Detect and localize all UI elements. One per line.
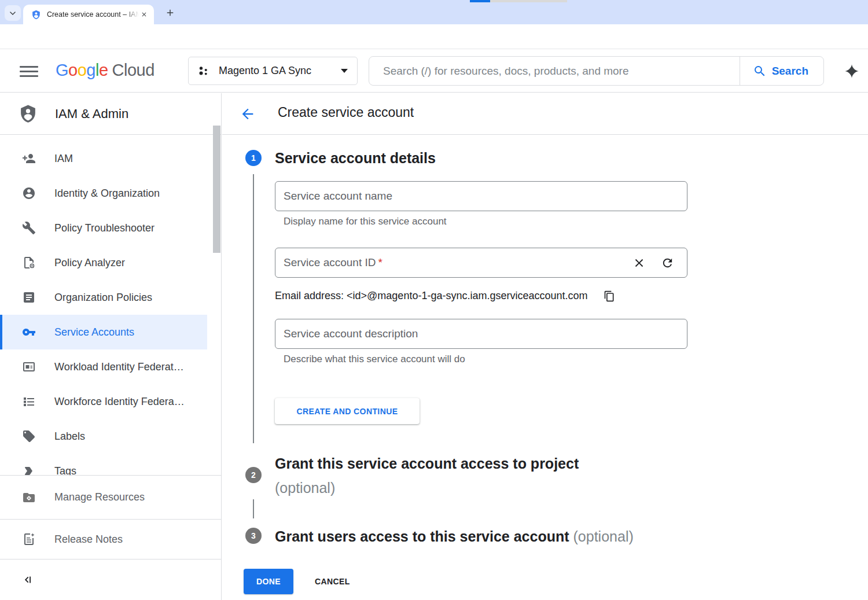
gemini-sparkle-icon — [844, 63, 860, 79]
sidebar-nav-list: IAM Identity & Organization Policy Troub… — [0, 141, 207, 488]
tab-search-button[interactable] — [5, 5, 21, 21]
sidebar-item-iam[interactable]: IAM — [0, 141, 207, 176]
page-header: Create service account — [222, 93, 868, 135]
step-1-indicator: 1 — [245, 150, 262, 166]
service-account-id-field[interactable]: Service account ID * — [275, 248, 687, 278]
badge-card-icon — [22, 360, 36, 374]
email-address-row: Email address: <id>@magento-1-ga-sync.ia… — [275, 290, 615, 302]
sidebar-scrollbar[interactable] — [213, 126, 220, 253]
google-cloud-console: Create service account – IAM & console.c… — [0, 0, 868, 600]
google-logo-letters: Google — [56, 61, 108, 79]
done-button[interactable]: DONE — [244, 569, 293, 594]
step-2-heading: Grant this service account access to pro… — [275, 451, 579, 500]
top-edge-blue-strip — [470, 0, 490, 2]
article-icon — [22, 290, 36, 304]
sidebar-item-workload-identity-federation[interactable]: Workload Identity Federat… — [0, 349, 207, 384]
copy-icon[interactable] — [604, 290, 615, 302]
iam-shield-favicon — [31, 10, 41, 20]
step-connector — [253, 174, 254, 443]
search-icon — [753, 64, 767, 78]
step-1-heading: Service account details — [275, 146, 436, 170]
project-picker-button[interactable]: Magento 1 GA Sync — [188, 57, 358, 85]
sidebar-item-label: Policy Analyzer — [54, 257, 125, 269]
step-3-heading: Grant users access to this service accou… — [275, 524, 634, 549]
release-notes-icon — [22, 532, 36, 546]
list-icon — [22, 395, 36, 408]
clear-icon[interactable] — [632, 256, 646, 270]
top-edge-gray-strip — [490, 0, 567, 2]
close-icon — [141, 11, 148, 18]
sidebar-item-label: Workforce Identity Federa… — [54, 396, 185, 408]
chevron-down-icon — [9, 9, 17, 17]
tab-close-button[interactable] — [139, 9, 149, 20]
caret-down-icon — [341, 69, 348, 73]
optional-label: (optional) — [275, 476, 579, 500]
sidebar-pinned-section: Manage Resources Release Notes — [0, 475, 221, 600]
project-name: Magento 1 GA Sync — [219, 65, 333, 77]
required-asterisk: * — [378, 256, 382, 269]
browser-tab[interactable]: Create service account – IAM & — [23, 5, 154, 24]
account-circle-icon — [22, 186, 36, 200]
tab-title: Create service account – IAM & — [47, 10, 139, 19]
create-and-continue-button[interactable]: CREATE AND CONTINUE — [275, 398, 420, 424]
sidebar-title: IAM & Admin — [55, 106, 128, 122]
key-icon — [22, 325, 36, 339]
service-account-description-field[interactable] — [275, 319, 687, 349]
sidebar-item-label: Release Notes — [54, 533, 123, 546]
console-search-bar[interactable]: Search (/) for resources, docs, products… — [369, 56, 824, 86]
back-arrow-icon[interactable] — [240, 106, 256, 122]
sidebar-item-label: Policy Troubleshooter — [54, 222, 155, 234]
name-helper-text: Display name for this service account — [284, 216, 447, 227]
collapse-sidebar-icon — [23, 574, 35, 586]
sidebar-item-service-accounts[interactable]: Service Accounts — [0, 315, 207, 349]
search-button[interactable]: Search — [740, 57, 823, 85]
plus-icon — [165, 8, 175, 18]
sidebar-item-policy-troubleshooter[interactable]: Policy Troubleshooter — [0, 211, 207, 245]
sidebar-item-label: Service Accounts — [54, 326, 134, 338]
folder-gear-icon — [22, 491, 36, 505]
new-tab-button[interactable] — [164, 6, 176, 19]
wrench-icon — [22, 221, 36, 235]
service-account-name-input[interactable] — [284, 190, 679, 203]
create-service-account-panel: Create service account 1 Service account… — [222, 93, 868, 600]
sidebar-item-identity-organization[interactable]: Identity & Organization — [0, 176, 207, 211]
cancel-button[interactable]: CANCEL — [315, 569, 350, 594]
sidebar-item-label: Labels — [54, 430, 85, 443]
search-button-label: Search — [772, 65, 808, 78]
service-account-description-input[interactable] — [284, 327, 679, 340]
google-cloud-logo[interactable]: GoogleCloud — [56, 61, 155, 80]
id-placeholder: Service account ID — [284, 256, 376, 269]
offer-tag-icon — [22, 429, 36, 443]
gemini-button[interactable] — [843, 62, 861, 80]
cloud-console-header: GoogleCloud Magento 1 GA Sync Search (/)… — [0, 49, 868, 93]
service-account-name-field[interactable] — [275, 181, 687, 211]
iam-admin-sidebar: IAM & Admin IAM Identity & Organization … — [0, 93, 222, 600]
step-connector — [253, 499, 254, 518]
browser-toolbar: console.cloud.google.com/iam-admin/servi… — [0, 24, 868, 49]
iam-shield-icon — [19, 104, 38, 123]
sidebar-item-label: Identity & Organization — [54, 187, 160, 200]
selected-indicator — [0, 315, 2, 349]
sidebar-item-manage-resources[interactable]: Manage Resources — [0, 475, 221, 519]
policy-analyzer-icon — [22, 256, 36, 270]
step-3-indicator: 3 — [245, 528, 262, 544]
sidebar-collapse-button[interactable] — [0, 559, 221, 600]
sidebar-item-labels[interactable]: Labels — [0, 419, 207, 454]
search-placeholder: Search (/) for resources, docs, products… — [369, 65, 740, 78]
regenerate-id-icon[interactable] — [661, 256, 674, 270]
step-2-indicator: 2 — [245, 467, 262, 483]
sidebar-item-workforce-identity-federation[interactable]: Workforce Identity Federa… — [0, 384, 207, 419]
sidebar-item-release-notes[interactable]: Release Notes — [0, 519, 221, 559]
sidebar-item-label: Manage Resources — [54, 491, 145, 503]
sidebar-item-label: IAM — [54, 153, 73, 165]
optional-label: (optional) — [573, 528, 634, 544]
person-add-icon — [22, 152, 36, 165]
description-helper-text: Describe what this service account will … — [284, 354, 465, 365]
browser-tab-bar: Create service account – IAM & — [0, 0, 868, 24]
sidebar-item-label: Workload Identity Federat… — [54, 361, 184, 373]
project-icon — [198, 65, 211, 78]
sidebar-item-label: Organization Policies — [54, 292, 152, 304]
menu-icon[interactable] — [20, 64, 38, 78]
sidebar-item-organization-policies[interactable]: Organization Policies — [0, 280, 207, 315]
sidebar-item-policy-analyzer[interactable]: Policy Analyzer — [0, 245, 207, 280]
